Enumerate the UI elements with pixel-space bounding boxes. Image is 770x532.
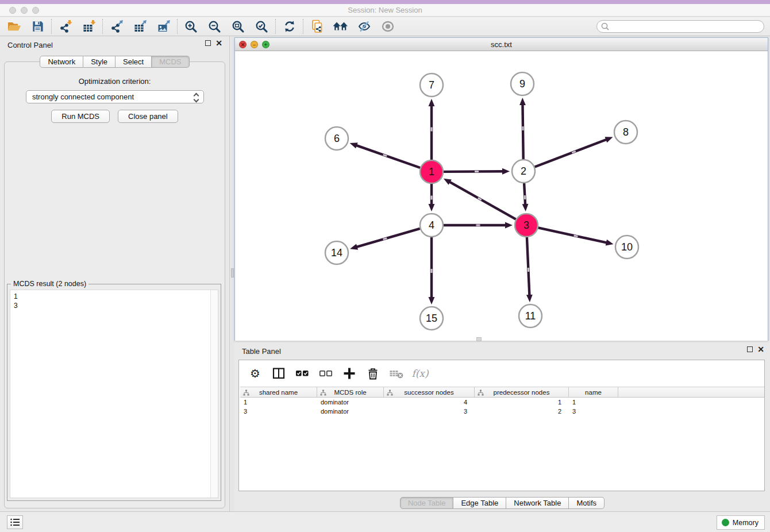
table-cell[interactable]: 1 [240,398,317,407]
graph-edge-arrowhead [606,240,614,246]
graph-node-label: 9 [519,78,525,90]
graph-edge-3-10[interactable] [538,228,607,242]
table-row[interactable]: 1dominator411 [240,398,764,407]
graph-edge-1-2[interactable] [444,171,503,172]
graph-edge-arrowhead [519,98,526,105]
graph-edge-3-1[interactable] [449,182,515,219]
table-cell[interactable]: 3 [384,407,475,416]
zoom-fit-button[interactable] [226,18,250,34]
run-mcds-button[interactable]: Run MCDS [51,110,110,123]
graph-edge-2-3[interactable] [524,183,525,205]
graph-edge-2-9[interactable] [522,104,523,159]
export-image-button[interactable] [152,18,175,34]
split-panel-button[interactable] [271,366,286,381]
graph-edge-arrowhead [522,204,529,211]
column-header-label: predecessor nodes [494,389,550,396]
show-all-columns-button[interactable] [295,366,310,381]
hide-all-columns-button[interactable] [318,366,333,381]
refresh-layout-button[interactable] [278,18,301,34]
clone-network-button[interactable] [305,18,329,34]
zoom-selected-button[interactable] [250,18,274,34]
table-tab-motifs[interactable]: Motifs [569,497,605,509]
graph-edge-1-6[interactable] [356,145,420,168]
column-header-label: MCDS role [334,389,366,396]
add-column-button[interactable] [342,366,357,381]
memory-button[interactable]: Memory [717,515,765,530]
export-table-icon [133,20,147,33]
mcds-result-box: MCDS result (2 nodes) 13 [7,284,221,501]
graph-edge-4-14[interactable] [356,229,420,247]
result-scrollbar[interactable] [210,290,218,498]
export-network-button[interactable] [105,18,128,34]
first-neighbors-button[interactable] [329,18,352,34]
table-cell[interactable]: 3 [569,407,618,416]
split-panel-icon [272,367,285,380]
tab-mcds[interactable]: MCDS [152,56,189,68]
tab-select[interactable]: Select [116,56,152,68]
horizontal-splitter-grip[interactable] [476,337,482,341]
refresh-icon [283,20,297,33]
criterion-dropdown[interactable]: strongly connected component [26,90,204,103]
graph-edge-arrowhead [350,142,358,148]
column-header-shared-name[interactable]: shared name [240,387,317,397]
status-bar: Memory [0,511,770,532]
graph-edge-3-11[interactable] [527,237,530,296]
column-header-MCDS-role[interactable]: MCDS role [317,387,384,397]
task-history-button[interactable] [7,515,23,529]
search-input[interactable] [610,21,764,32]
table-tab-edge-table[interactable]: Edge Table [453,497,506,509]
toolbar-separator [51,19,52,34]
table-row[interactable]: 3dominator323 [240,407,764,416]
table-tab-network-table[interactable]: Network Table [506,497,569,509]
table-cell[interactable]: 3 [240,407,317,416]
zoom-out-button[interactable] [203,18,226,34]
hide-selected-button[interactable] [352,18,376,34]
mcds-result-list[interactable]: 13 [10,290,218,498]
import-network-button[interactable] [53,18,77,34]
close-table-panel-icon[interactable]: ✕ [757,346,764,352]
graph-edge-arrowhead [429,204,435,211]
column-header-successor-nodes[interactable]: successor nodes [384,387,475,397]
export-image-icon [157,20,171,33]
search-field[interactable] [596,20,764,33]
column-header-label: shared name [259,389,298,396]
close-panel-icon[interactable]: ✕ [215,40,222,46]
function-builder-button[interactable]: f(x) [413,366,428,381]
table-cell[interactable]: 4 [384,398,475,407]
node-table-container: ⚙ [238,360,765,491]
table-cell[interactable]: 1 [569,398,618,407]
main-toolbar [0,17,770,36]
save-session-button[interactable] [26,18,49,34]
delete-table-button[interactable] [389,366,404,381]
checked-boxes-icon [295,367,309,380]
network-canvas-svg[interactable]: 7968124314101511 [235,52,768,341]
open-session-button[interactable] [2,18,26,34]
table-cell[interactable]: 2 [475,407,569,416]
table-cell[interactable]: dominator [317,407,384,416]
delete-column-button[interactable] [365,366,380,381]
zoom-out-icon [208,20,221,33]
tab-style[interactable]: Style [83,56,116,68]
close-panel-button[interactable]: Close panel [118,110,178,123]
network-frame-titlebar[interactable]: ✕ – + scc.txt [235,38,768,51]
export-table-button[interactable] [128,18,152,34]
tab-network[interactable]: Network [40,56,83,68]
window-title: Session: New Session [0,6,770,14]
vertical-splitter[interactable] [230,36,234,511]
column-header-name[interactable]: name [569,387,618,397]
table-settings-button[interactable]: ⚙ [248,366,263,381]
control-panel-tabs: NetworkStyleSelectMCDS [0,56,229,68]
column-header-predecessor-nodes[interactable]: predecessor nodes [475,387,569,397]
float-table-panel-icon[interactable] [747,346,753,352]
import-table-button[interactable] [77,18,101,34]
splitter-grip[interactable] [231,268,234,277]
table-tab-node-table[interactable]: Node Table [400,497,454,509]
float-panel-icon[interactable] [205,40,211,46]
show-all-button[interactable] [376,18,399,34]
table-cell[interactable]: dominator [317,398,384,407]
graph-edge-2-8[interactable] [535,139,607,167]
zoom-in-button[interactable] [179,18,203,34]
control-panel-title: Control Panel [7,41,53,49]
table-cell[interactable]: 1 [475,398,569,407]
trash-icon [367,367,379,380]
